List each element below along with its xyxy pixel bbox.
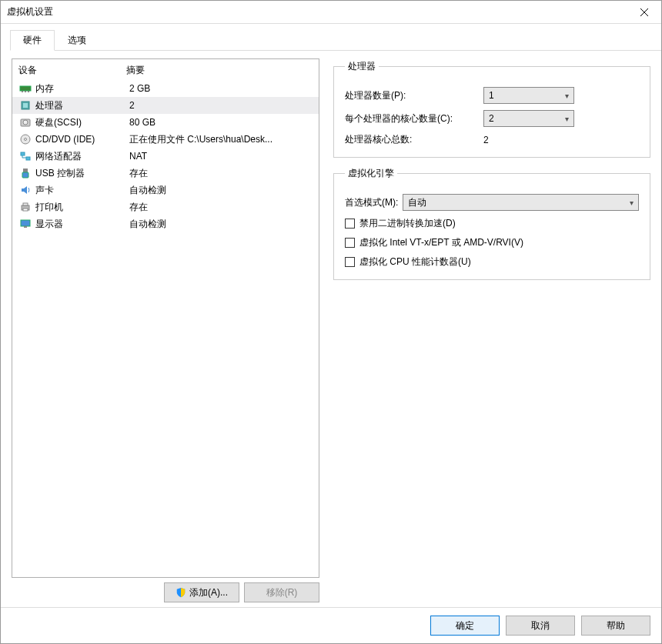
hardware-row-disk[interactable]: 硬盘(SCSI)80 GB	[12, 114, 319, 131]
svg-rect-15	[22, 172, 28, 178]
hardware-row-name: CD/DVD (IDE)	[35, 134, 126, 145]
hardware-row-summary: 自动检测	[129, 184, 313, 197]
checkbox-icon	[345, 219, 355, 229]
window-title: 虚拟机设置	[7, 5, 53, 18]
hardware-row-summary: NAT	[129, 151, 313, 162]
fieldset-virtualization: 虚拟化引擎 首选模式(M): 自动 ▾ 禁用二进制转换加速(D) 虚拟化 Int…	[333, 167, 650, 280]
hardware-row-cpu[interactable]: 处理器2	[12, 97, 319, 114]
hardware-row-net[interactable]: 网络适配器NAT	[12, 148, 319, 165]
cores-per-proc-select[interactable]: 2 ▾	[483, 110, 574, 127]
hardware-row-summary: 2 GB	[129, 83, 313, 94]
cores-per-proc-value: 2	[489, 113, 494, 124]
tab-options[interactable]: 选项	[55, 30, 99, 51]
svg-rect-2	[20, 86, 31, 91]
help-button[interactable]: 帮助	[581, 616, 650, 636]
disk-icon	[18, 116, 32, 128]
svg-rect-7	[23, 103, 28, 108]
chevron-down-icon: ▾	[565, 92, 569, 100]
detail-panel: 处理器 处理器数量(P): 1 ▾ 每个处理器的核心数量(C): 2 ▾ 处理器…	[333, 58, 650, 602]
chk-virtualize-vt[interactable]: 虚拟化 Intel VT-x/EPT 或 AMD-V/RVI(V)	[345, 236, 639, 249]
net-icon	[18, 150, 32, 162]
pref-mode-label: 首选模式(M):	[345, 196, 398, 209]
display-icon	[18, 218, 32, 230]
cd-icon	[18, 133, 32, 145]
col-summary: 摘要	[126, 64, 145, 77]
svg-rect-3	[22, 91, 23, 92]
remove-button-label: 移除(R)	[266, 586, 298, 599]
hardware-list: 设备 摘要 内存2 GB处理器2硬盘(SCSI)80 GBCD/DVD (IDE…	[12, 58, 319, 578]
fieldset-processors: 处理器 处理器数量(P): 1 ▾ 每个处理器的核心数量(C): 2 ▾ 处理器…	[333, 60, 650, 158]
chevron-down-icon: ▾	[565, 115, 569, 123]
hardware-row-name: 网络适配器	[35, 150, 126, 163]
svg-point-9	[23, 120, 28, 125]
hardware-row-sound[interactable]: 声卡自动检测	[12, 182, 319, 199]
proc-count-label: 处理器数量(P):	[345, 89, 483, 102]
remove-button: 移除(R)	[244, 582, 319, 602]
proc-count-select[interactable]: 1 ▾	[483, 87, 574, 104]
hardware-row-cd[interactable]: CD/DVD (IDE)正在使用文件 C:\Users\hua\Desk...	[12, 131, 319, 148]
hardware-row-printer[interactable]: 打印机存在	[12, 199, 319, 215]
tab-strip: 硬件 选项	[10, 30, 661, 51]
svg-point-11	[25, 138, 27, 141]
hardware-row-memory[interactable]: 内存2 GB	[12, 80, 319, 97]
hardware-buttons: 添加(A)... 移除(R)	[12, 582, 319, 602]
content-area: 设备 摘要 内存2 GB处理器2硬盘(SCSI)80 GBCD/DVD (IDE…	[1, 51, 661, 607]
tab-hardware[interactable]: 硬件	[10, 30, 55, 51]
svg-rect-18	[23, 209, 28, 211]
hardware-row-name: USB 控制器	[35, 167, 126, 180]
svg-rect-20	[24, 226, 27, 228]
hardware-row-name: 内存	[35, 82, 126, 95]
hardware-row-name: 打印机	[35, 201, 126, 214]
chk-virtualize-cpu-counters[interactable]: 虚拟化 CPU 性能计数器(U)	[345, 255, 639, 269]
pref-mode-value: 自动	[408, 196, 426, 209]
checkbox-icon	[345, 238, 355, 248]
total-cores-value: 2	[483, 135, 574, 145]
close-icon	[640, 8, 649, 17]
chk-virtualize-vt-label: 虚拟化 Intel VT-x/EPT 或 AMD-V/RVI(V)	[359, 236, 523, 249]
hardware-row-summary: 2	[129, 100, 313, 111]
checkbox-icon	[345, 257, 355, 267]
cancel-button[interactable]: 取消	[506, 616, 575, 636]
hardware-row-summary: 存在	[129, 201, 313, 214]
hardware-row-name: 硬盘(SCSI)	[35, 116, 126, 129]
hardware-row-name: 处理器	[35, 99, 126, 112]
hardware-panel: 设备 摘要 内存2 GB处理器2硬盘(SCSI)80 GBCD/DVD (IDE…	[12, 58, 319, 602]
hardware-row-summary: 80 GB	[129, 117, 313, 128]
legend-virtualization: 虚拟化引擎	[345, 167, 397, 180]
svg-rect-12	[21, 152, 25, 155]
proc-count-value: 1	[489, 90, 494, 101]
hardware-row-summary: 正在使用文件 C:\Users\hua\Desk...	[129, 133, 313, 146]
hardware-row-summary: 自动检测	[129, 218, 313, 231]
usb-icon	[18, 167, 32, 179]
svg-rect-4	[25, 91, 26, 92]
hardware-row-name: 显示器	[35, 218, 126, 231]
legend-processors: 处理器	[345, 60, 379, 73]
svg-rect-5	[28, 91, 29, 92]
hardware-row-display[interactable]: 显示器自动检测	[12, 215, 319, 232]
add-button[interactable]: 添加(A)...	[164, 582, 239, 602]
hardware-row-usb[interactable]: USB 控制器存在	[12, 165, 319, 182]
total-cores-label: 处理器核心总数:	[345, 133, 483, 146]
pref-mode-select[interactable]: 自动 ▾	[403, 194, 639, 211]
hardware-row-name: 声卡	[35, 184, 126, 197]
cpu-icon	[18, 99, 32, 112]
sound-icon	[18, 184, 32, 196]
chk-disable-binary-label: 禁用二进制转换加速(D)	[359, 217, 456, 230]
chk-disable-binary[interactable]: 禁用二进制转换加速(D)	[345, 217, 639, 230]
chk-virtualize-cpu-counters-label: 虚拟化 CPU 性能计数器(U)	[359, 255, 471, 269]
svg-rect-13	[26, 157, 30, 160]
printer-icon	[18, 201, 32, 213]
ok-button[interactable]: 确定	[430, 616, 500, 636]
hardware-row-summary: 存在	[129, 167, 313, 180]
svg-rect-17	[23, 203, 28, 205]
col-device: 设备	[18, 64, 126, 77]
hardware-list-header: 设备 摘要	[12, 59, 319, 80]
memory-icon	[18, 82, 32, 95]
close-button[interactable]	[627, 1, 661, 24]
title-bar: 虚拟机设置	[1, 1, 661, 24]
cores-per-proc-label: 每个处理器的核心数量(C):	[345, 112, 483, 125]
dialog-buttons: 确定 取消 帮助	[1, 607, 661, 643]
shield-icon	[176, 587, 186, 598]
svg-rect-19	[21, 220, 30, 226]
chevron-down-icon: ▾	[630, 199, 634, 207]
